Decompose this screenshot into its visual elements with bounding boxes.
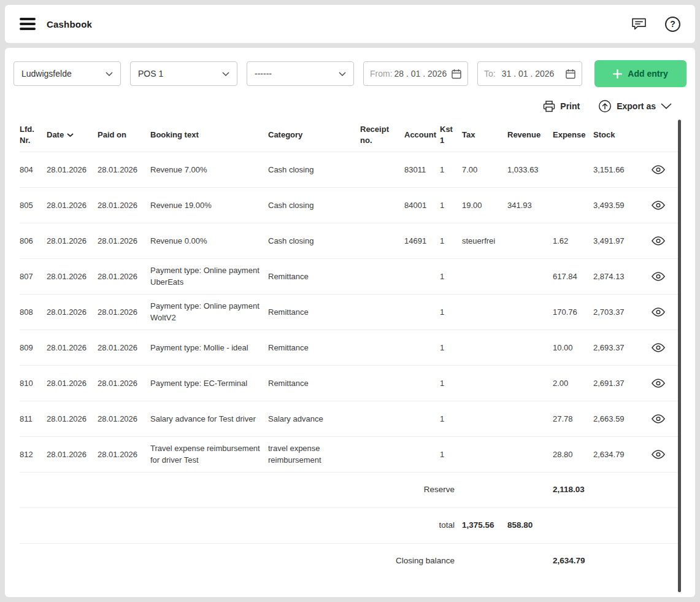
cashbook-table: Lfd. Nr. Date Paid on Booking text Categ… bbox=[20, 119, 679, 579]
table-row: 812 28.01.2026 28.01.2026 Travel expense… bbox=[20, 437, 679, 473]
col-header-category: Category bbox=[268, 119, 360, 152]
calendar-icon bbox=[452, 69, 461, 79]
topbar-actions: ? bbox=[631, 17, 680, 32]
chevron-down-icon bbox=[661, 103, 672, 109]
reserve-row: Reserve 2,118.03 bbox=[20, 473, 679, 508]
cell-lfd-nr: 809 bbox=[20, 330, 47, 366]
date-from-label: From: bbox=[370, 69, 393, 79]
cell-revenue bbox=[507, 223, 553, 259]
cell-paid-on: 28.01.2026 bbox=[98, 295, 150, 330]
feedback-button[interactable] bbox=[631, 17, 647, 31]
view-entry-button[interactable] bbox=[649, 376, 667, 390]
vertical-scrollbar[interactable] bbox=[678, 120, 681, 592]
pos-select-value: POS 1 bbox=[138, 69, 163, 79]
cell-booking-text: Payment type: Mollie - ideal bbox=[150, 330, 268, 366]
cell-receipt-no bbox=[360, 401, 404, 437]
cell-revenue bbox=[507, 437, 553, 473]
cell-receipt-no bbox=[360, 437, 404, 473]
view-entry-button[interactable] bbox=[649, 341, 667, 355]
cell-booking-text: Travel expense reimbursement for driver … bbox=[150, 437, 268, 473]
cell-tax bbox=[462, 259, 507, 295]
cell-category: Remittance bbox=[268, 366, 360, 401]
view-entry-button[interactable] bbox=[649, 234, 667, 248]
help-button[interactable]: ? bbox=[665, 17, 680, 32]
view-entry-button[interactable] bbox=[649, 447, 667, 461]
cell-category: Remittance bbox=[268, 295, 360, 330]
cell-lfd-nr: 804 bbox=[20, 152, 47, 188]
cell-account bbox=[404, 295, 440, 330]
menu-icon[interactable] bbox=[20, 18, 36, 30]
cell-actions bbox=[637, 259, 679, 295]
cell-kst-1: 1 bbox=[440, 223, 462, 259]
pos-select[interactable]: POS 1 bbox=[130, 61, 237, 86]
cell-tax: 19.00 bbox=[462, 188, 507, 223]
col-header-lfd-nr: Lfd. Nr. bbox=[20, 119, 47, 152]
date-from-field[interactable]: From: 28 . 01 . 2026 bbox=[363, 61, 468, 86]
cell-booking-text: Salary advance for Test driver bbox=[150, 401, 268, 437]
eye-icon bbox=[652, 379, 665, 388]
cell-lfd-nr: 811 bbox=[20, 401, 47, 437]
total-revenue-value: 1,375.56 bbox=[462, 508, 507, 544]
view-entry-button[interactable] bbox=[649, 163, 667, 177]
cell-actions bbox=[637, 437, 679, 473]
cell-category: Remittance bbox=[268, 330, 360, 366]
filter-bar: Ludwigsfelde POS 1 ------ From: 28 . 01 … bbox=[13, 60, 687, 87]
cell-receipt-no bbox=[360, 330, 404, 366]
cell-date: 28.01.2026 bbox=[47, 188, 98, 223]
cell-tax bbox=[462, 295, 507, 330]
location-select[interactable]: Ludwigsfelde bbox=[13, 61, 121, 86]
cell-receipt-no bbox=[360, 223, 404, 259]
cell-kst-1: 1 bbox=[440, 152, 462, 188]
date-to-field[interactable]: To: 31 . 01 . 2026 bbox=[477, 61, 582, 86]
cell-paid-on: 28.01.2026 bbox=[98, 401, 150, 437]
cell-lfd-nr: 805 bbox=[20, 188, 47, 223]
eye-icon bbox=[652, 272, 665, 281]
view-entry-button[interactable] bbox=[649, 198, 667, 212]
date-to-value: 31 . 01 . 2026 bbox=[502, 69, 555, 79]
table-row: 806 28.01.2026 28.01.2026 Revenue 0.00% … bbox=[20, 223, 679, 259]
table-row: 811 28.01.2026 28.01.2026 Salary advance… bbox=[20, 401, 679, 437]
location-select-value: Ludwigsfelde bbox=[21, 69, 72, 79]
cell-expense: 10.00 bbox=[553, 330, 593, 366]
cell-stock: 2,634.79 bbox=[593, 437, 637, 473]
reserve-label: Reserve bbox=[20, 473, 462, 508]
print-button[interactable]: Print bbox=[543, 101, 580, 112]
view-entry-button[interactable] bbox=[649, 269, 667, 284]
table-row: 809 28.01.2026 28.01.2026 Payment type: … bbox=[20, 330, 679, 366]
col-header-date[interactable]: Date bbox=[47, 119, 98, 152]
add-entry-button[interactable]: Add entry bbox=[594, 60, 687, 87]
cell-account: 84001 bbox=[404, 188, 440, 223]
cell-date: 28.01.2026 bbox=[47, 366, 98, 401]
cell-expense: 170.76 bbox=[553, 295, 593, 330]
add-entry-label: Add entry bbox=[628, 69, 667, 79]
cell-actions bbox=[637, 401, 679, 437]
view-entry-button[interactable] bbox=[649, 412, 667, 426]
cell-booking-text: Revenue 19.00% bbox=[150, 188, 268, 223]
chevron-down-icon bbox=[339, 72, 346, 76]
date-to-label: To: bbox=[484, 69, 496, 79]
cell-kst-1: 1 bbox=[440, 188, 462, 223]
cell-kst-1: 1 bbox=[440, 295, 462, 330]
cell-account bbox=[404, 437, 440, 473]
cell-kst-1: 1 bbox=[440, 366, 462, 401]
col-header-stock: Stock bbox=[593, 119, 637, 152]
table-toolbar: Print Export as bbox=[13, 99, 687, 113]
cell-actions bbox=[637, 188, 679, 223]
plus-icon bbox=[613, 69, 622, 79]
cell-paid-on: 28.01.2026 bbox=[98, 330, 150, 366]
cell-actions bbox=[637, 152, 679, 188]
cell-category: Cash closing bbox=[268, 152, 360, 188]
cell-tax: steuerfrei bbox=[462, 223, 507, 259]
cell-kst-1: 1 bbox=[440, 259, 462, 295]
cell-paid-on: 28.01.2026 bbox=[98, 259, 150, 295]
cell-expense: 2.00 bbox=[553, 366, 593, 401]
chevron-down-icon bbox=[106, 72, 113, 76]
cell-kst-1: 1 bbox=[440, 401, 462, 437]
view-entry-button[interactable] bbox=[649, 305, 667, 319]
cell-tax: 7.00 bbox=[462, 152, 507, 188]
cell-revenue bbox=[507, 401, 553, 437]
export-as-button[interactable]: Export as bbox=[598, 99, 672, 113]
eye-icon bbox=[652, 450, 665, 459]
sort-desc-icon bbox=[67, 133, 74, 137]
category-filter-select[interactable]: ------ bbox=[247, 61, 354, 86]
